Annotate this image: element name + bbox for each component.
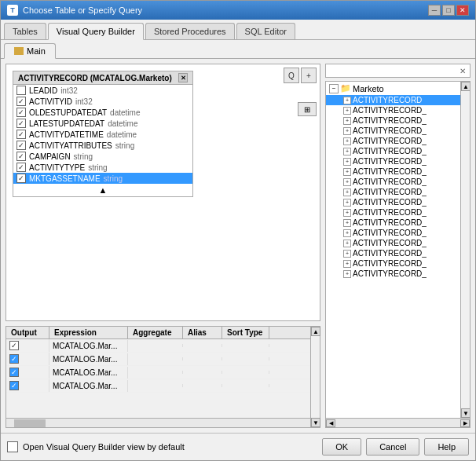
table-row[interactable]: MCATALOG.Mar... [6,353,310,366]
field-row[interactable]: ACTIVITYATTRIBUTES string [13,140,192,151]
tree-item-expand[interactable]: + [343,148,351,155]
hscroll-bar[interactable] [6,418,310,427]
tree-root[interactable]: − 📁 Marketo [326,82,460,95]
tree-item[interactable]: +ACTIVITYRECORD_ [326,126,460,136]
tree-item-expand[interactable]: + [343,240,351,247]
search-clear-button[interactable]: ✕ [457,65,468,76]
tree-item[interactable]: +ACTIVITYRECORD_ [326,187,460,197]
field-row[interactable]: ACTIVITYTYPE string [13,162,192,173]
ok-button[interactable]: OK [322,438,361,456]
tree-item[interactable]: +ACTIVITYRECORD_ [326,105,460,115]
tree-item-expand[interactable]: + [343,250,351,258]
tree-item-expand[interactable]: + [343,178,351,186]
tree-item-expand[interactable]: + [343,168,351,176]
tree-item[interactable]: +ACTIVITYRECORD_ [326,136,460,146]
help-button[interactable]: Help [424,438,469,456]
tree-item-expand[interactable]: + [343,137,351,145]
close-button[interactable]: ✕ [456,5,469,16]
tree-hscroll[interactable]: ◀ ▶ [326,418,470,427]
table-card-close-button[interactable]: ✕ [178,73,188,82]
tree-vscroll-down[interactable]: ▼ [461,408,470,418]
join-button[interactable]: ⊞ [298,102,317,116]
output-checkbox[interactable] [9,341,19,350]
cancel-button[interactable]: Cancel [366,438,419,456]
field-checkbox[interactable] [16,119,26,128]
minimize-button[interactable]: ─ [428,5,441,16]
tree-item[interactable]: +ACTIVITYRECORD_ [326,269,460,279]
tree-item[interactable]: +ACTIVITYRECORD_ [326,197,460,207]
table-row[interactable]: MCATALOG.Mar... [6,379,310,393]
table-row[interactable]: MCATALOG.Mar... [6,366,310,379]
field-checkbox[interactable] [16,163,26,172]
bottom-left: Open Visual Query Builder view by defaul… [7,441,185,452]
tab-vqb[interactable]: Visual Query Builder [48,23,144,40]
tab-tables[interactable]: Tables [4,23,46,39]
maximize-button[interactable]: □ [442,5,455,16]
tree-item-expand[interactable]: + [343,107,351,115]
results-vscroll[interactable]: ▲ ▼ [310,327,320,427]
tree-item-expand[interactable]: + [343,97,351,104]
tree-item-expand[interactable]: + [343,229,351,237]
hscroll-thumb[interactable] [14,419,46,427]
results-cell-agg [128,371,183,374]
field-checkbox[interactable] [16,97,26,106]
tree-item[interactable]: +ACTIVITYRECORD_ [326,228,460,238]
field-row[interactable]: CAMPAIGN string [13,151,192,162]
add-table-button[interactable]: + [301,68,317,83]
output-checkbox[interactable] [9,354,19,364]
scroll-down-arrow[interactable]: ▲ [13,184,192,196]
field-checkbox[interactable] [16,141,26,150]
tree-item[interactable]: +ACTIVITYRECORD_ [326,177,460,187]
tree-item[interactable]: +ACTIVITYRECORD_ [326,248,460,258]
open-vqb-checkbox[interactable] [7,441,18,452]
tree-item-expand[interactable]: + [343,199,351,207]
tree-item[interactable]: +ACTIVITYRECORD_ [326,156,460,166]
tree-item-expand[interactable]: + [343,127,351,135]
field-checkbox[interactable] [16,108,26,117]
tree-root-expand[interactable]: − [329,84,339,93]
tree-item[interactable]: +ACTIVITYRECORD_ [326,115,460,126]
field-row[interactable]: MKTGASSETNAME string [13,173,192,184]
field-checkbox[interactable] [16,86,26,95]
tree-item[interactable]: +ACTIVITYRECORD_ [326,218,460,228]
tree-vscroll-track[interactable] [461,91,470,408]
sub-tab-main[interactable]: Main [4,43,56,59]
query-button[interactable]: Q [284,68,299,83]
field-checkbox[interactable] [16,152,26,161]
tab-sqleditor[interactable]: SQL Editor [236,23,295,39]
tree-item[interactable]: +ACTIVITYRECORD_ [326,258,460,269]
tab-sp[interactable]: Stored Procedures [145,23,235,39]
tree-item-expand[interactable]: + [343,219,351,227]
tree-item[interactable]: +ACTIVITYRECORD_ [326,238,460,248]
tree-hscroll-right[interactable]: ▶ [460,419,470,427]
field-row[interactable]: LEADID int32 [13,85,192,96]
field-row[interactable]: OLDESTUPDATEDAT datetime [13,107,192,118]
field-checkbox[interactable] [16,174,26,183]
vscroll-up[interactable]: ▲ [311,327,320,336]
tree-vscroll-up[interactable]: ▲ [461,82,470,91]
vscroll-down[interactable]: ▼ [311,418,320,427]
tree-hscroll-left[interactable]: ◀ [326,419,335,427]
tree-item-label: ACTIVITYRECORD_ [353,208,427,217]
table-row[interactable]: MCATALOG.Mar... [6,339,310,353]
field-type: datetime [108,119,137,128]
field-row[interactable]: LATESTUPDATEDAT datetime [13,118,192,129]
output-checkbox[interactable] [9,368,19,377]
field-checkbox[interactable] [16,130,26,139]
field-row[interactable]: ACTIVITYDATETIME datetime [13,129,192,140]
tree-item-expand[interactable]: + [343,270,351,278]
tree-item[interactable]: +ACTIVITYRECORD_ [326,166,460,177]
field-row[interactable]: ACTIVITYID int32 [13,96,192,107]
search-input[interactable] [328,66,457,75]
tree-item-expand[interactable]: + [343,117,351,125]
tree-item[interactable]: +ACTIVITYRECORD_ [326,207,460,218]
tree-vscroll[interactable]: ▲ ▼ [460,82,470,418]
vscroll-track[interactable] [311,336,320,418]
tree-item-expand[interactable]: + [343,158,351,166]
tree-item-expand[interactable]: + [343,188,351,196]
tree-item-expand[interactable]: + [343,209,351,217]
tree-item[interactable]: +ACTIVITYRECORD [326,95,460,105]
output-checkbox[interactable] [9,381,19,390]
tree-item[interactable]: +ACTIVITYRECORD_ [326,146,460,156]
tree-item-expand[interactable]: + [343,260,351,268]
